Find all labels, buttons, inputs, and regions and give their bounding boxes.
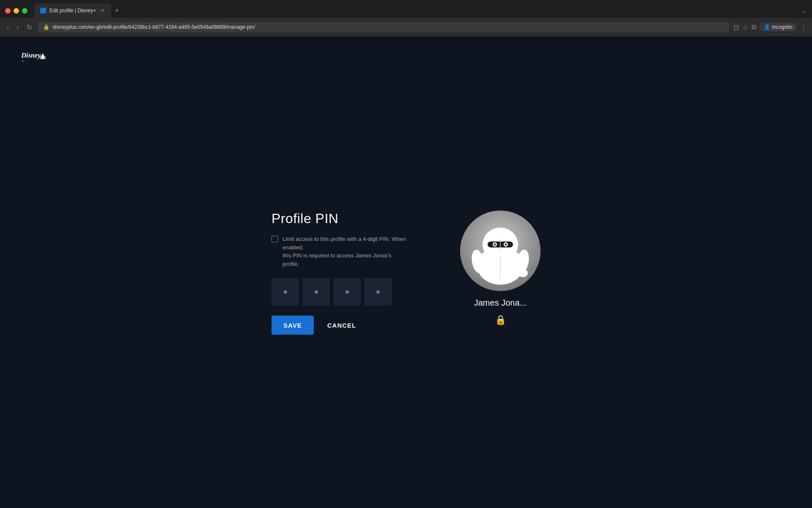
lock-icon: 🔒 [43,24,49,30]
pin-dot-3 [346,290,349,293]
incognito-icon: 👤 [764,24,770,30]
pin-digit-2[interactable] [302,278,330,306]
pin-digit-3[interactable] [333,278,361,306]
pin-dot-4 [376,290,380,293]
svg-point-8 [494,243,496,246]
lock-icon: 🔒 [495,315,506,326]
browser-actions: ⊡ ☆ ⧉ 👤 Incognito ⋮ [733,23,807,31]
svg-point-9 [505,243,507,246]
save-button[interactable]: SAVE [272,316,314,335]
profile-name: James Jona... [474,298,527,308]
tab-close-button[interactable]: ✕ [99,8,105,14]
pin-description-line2: this PIN is required to access James Jon… [283,252,392,267]
menu-icon[interactable]: ⋮ [800,23,807,31]
traffic-lights [5,8,27,14]
profile-card: James Jona... 🔒 [460,211,540,326]
extensions-icon[interactable]: ⧉ [752,23,756,31]
minimize-window-button[interactable] [14,8,19,14]
pin-description-row: Limit access to this profile with a 4-di… [272,235,409,268]
new-tab-button[interactable]: + [115,6,119,15]
app-content: Disney + Profile PIN Limit access to thi… [0,37,812,508]
incognito-badge: 👤 Incognito [760,23,797,31]
main-content: Profile PIN Limit access to this profile… [272,211,540,335]
tab-favicon [40,8,46,14]
tab-bar: Edit profile | Disney+ ✕ + ⌄ [0,0,812,18]
url-bar[interactable]: 🔒 disneyplus.com/en-gb/edit-profile/6423… [38,22,730,32]
pin-section: Profile PIN Limit access to this profile… [272,211,409,335]
url-text: disneyplus.com/en-gb/edit-profile/64236b… [53,24,255,30]
pin-inputs [272,278,409,306]
cast-icon[interactable]: ⊡ [733,23,739,31]
maximize-window-button[interactable] [22,8,27,14]
pin-dot-2 [315,290,318,293]
browser-chrome: Edit profile | Disney+ ✕ + ⌄ ‹ › ↻ 🔒 dis… [0,0,812,37]
page-title: Profile PIN [272,211,409,226]
tab-list-button[interactable]: ⌄ [802,7,807,14]
cancel-button[interactable]: CANCEL [319,316,365,335]
pin-digit-1[interactable] [272,278,299,306]
disney-plus-logo[interactable]: Disney + [20,49,50,67]
close-window-button[interactable] [5,8,11,14]
forward-button[interactable]: › [15,22,20,33]
action-buttons: SAVE CANCEL [272,316,409,335]
bookmark-icon[interactable]: ☆ [742,23,748,31]
address-bar: ‹ › ↻ 🔒 disneyplus.com/en-gb/edit-profil… [0,18,812,36]
profile-avatar [460,211,540,291]
pin-digit-4[interactable] [364,278,392,306]
back-button[interactable]: ‹ [5,22,11,33]
tab-title: Edit profile | Disney+ [49,8,96,14]
svg-text:+: + [21,58,24,64]
pin-description: Limit access to this profile with a 4-di… [283,235,409,268]
incognito-label: Incognito [772,24,793,30]
pin-dot-1 [284,290,287,293]
pin-description-line1: Limit access to this profile with a 4-di… [283,236,406,251]
active-tab[interactable]: Edit profile | Disney+ ✕ [34,3,111,18]
pin-enable-checkbox[interactable] [272,236,278,243]
reload-button[interactable]: ↻ [25,22,34,33]
